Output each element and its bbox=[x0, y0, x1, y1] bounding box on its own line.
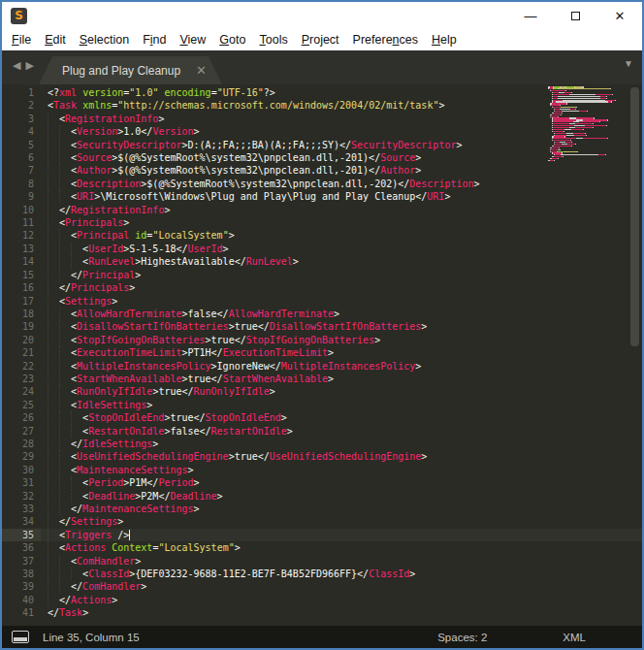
token: Principal bbox=[82, 270, 135, 280]
line-number: 34 bbox=[2, 515, 41, 528]
code-line-24[interactable]: 24<RunOnlyIfIdle>true</RunOnlyIfIdle> bbox=[2, 385, 642, 398]
code-line-34[interactable]: 34</Settings> bbox=[2, 515, 642, 528]
code-line-1[interactable]: 1<?xml version="1.0" encoding="UTF-16"?> bbox=[2, 86, 642, 99]
indent-guide-icon bbox=[59, 164, 71, 177]
line-number: 32 bbox=[2, 490, 41, 503]
code-line-14[interactable]: 14<RunLevel>HighestAvailable</RunLevel> bbox=[2, 255, 642, 268]
code-line-6[interactable]: 6<Source>$(@%SystemRoot%\system32\pnpcle… bbox=[2, 151, 642, 164]
token: DisallowStartIfOnBatteries bbox=[270, 321, 422, 332]
code-line-10[interactable]: 10</RegistrationInfo> bbox=[2, 204, 642, 216]
code-line-40[interactable]: 40</Actions> bbox=[2, 594, 642, 606]
tab-plug-and-play-cleanup[interactable]: Plug and Play Cleanup ✕ bbox=[39, 56, 222, 84]
menu-view[interactable]: View bbox=[173, 33, 212, 47]
code-line-35[interactable]: 35<Triggers /> bbox=[2, 529, 642, 541]
line-number: 11 bbox=[2, 216, 41, 229]
syntax-mode[interactable]: XML bbox=[563, 632, 586, 643]
code-line-37[interactable]: 37<ComHandler> bbox=[2, 555, 642, 568]
code-line-25[interactable]: 25<IdleSettings> bbox=[2, 399, 642, 411]
menu-selection[interactable]: Selection bbox=[73, 33, 136, 47]
indent-guide-icon bbox=[48, 216, 59, 229]
minimize-button[interactable]: — bbox=[508, 2, 553, 29]
code-line-39[interactable]: 39</ComHandler> bbox=[2, 580, 642, 593]
code-line-16[interactable]: 16</Principals> bbox=[2, 281, 642, 294]
indent-guide-icon bbox=[48, 334, 59, 346]
code-line-5[interactable]: 5<SecurityDescriptor>D:(A;;FA;;;BA)(A;;F… bbox=[2, 139, 642, 151]
code-line-20[interactable]: 20<StopIfGoingOnBatteries>true</StopIfGo… bbox=[2, 334, 642, 346]
code-line-36[interactable]: 36<Actions Context="LocalSystem"> bbox=[2, 541, 642, 554]
token: >P2M</ bbox=[135, 491, 170, 502]
line-content: <URI>\Microsoft\Windows\Plug and Play\Pl… bbox=[41, 190, 450, 203]
tab-overflow-icon[interactable]: ▼ bbox=[624, 58, 633, 69]
menu-goto[interactable]: Goto bbox=[212, 33, 252, 47]
code-line-4[interactable]: 4<Version>1.0</Version> bbox=[2, 125, 642, 138]
code-line-21[interactable]: 21<ExecutionTimeLimit>PT1H</ExecutionTim… bbox=[2, 346, 642, 359]
code-line-23[interactable]: 23<StartWhenAvailable>true</StartWhenAva… bbox=[2, 373, 642, 385]
token: ExecutionTimeLimit bbox=[223, 347, 328, 358]
token: >$(@%SystemRoot%\system32\pnpclean.dll,-… bbox=[112, 152, 380, 163]
code-line-17[interactable]: 17<Settings> bbox=[2, 295, 642, 308]
code-line-8[interactable]: 8<Description>$(@%SystemRoot%\system32\p… bbox=[2, 178, 642, 190]
code-line-12[interactable]: 12<Principal id="LocalSystem"> bbox=[2, 229, 642, 242]
code-line-38[interactable]: 38<ClassId>{DEF03232-9688-11E2-BE7F-B4B5… bbox=[2, 568, 642, 580]
code-line-18[interactable]: 18<AllowHardTerminate>false</AllowHardTe… bbox=[2, 308, 642, 320]
menu-help[interactable]: Help bbox=[425, 33, 464, 47]
token: Deadline bbox=[88, 491, 135, 502]
token: >false</ bbox=[164, 426, 210, 437]
code-line-30[interactable]: 30<MaintenanceSettings> bbox=[2, 464, 642, 476]
token: >IgnoreNew</ bbox=[211, 361, 281, 372]
token: StopIfGoingOnBatteries bbox=[77, 335, 205, 345]
token: version bbox=[82, 87, 123, 98]
code-line-27[interactable]: 27<RestartOnIdle>false</RestartOnIdle> bbox=[2, 425, 642, 438]
menu-find[interactable]: Find bbox=[136, 33, 173, 47]
code-line-26[interactable]: 26<StopOnIdleEnd>true</StopOnIdleEnd> bbox=[2, 411, 642, 424]
code-line-28[interactable]: 28</IdleSettings> bbox=[2, 438, 642, 450]
back-arrow-icon[interactable]: ◀ bbox=[13, 59, 20, 72]
code-line-19[interactable]: 19<DisallowStartIfOnBatteries>true</Disa… bbox=[2, 320, 642, 333]
menu-edit[interactable]: Edit bbox=[38, 33, 73, 47]
code-line-15[interactable]: 15</Principal> bbox=[2, 269, 642, 281]
line-number: 9 bbox=[2, 190, 41, 203]
token: >true</ bbox=[164, 412, 205, 423]
code-line-41[interactable]: 41</Task> bbox=[2, 606, 642, 619]
indent-guide-icon bbox=[59, 555, 71, 568]
line-number: 16 bbox=[2, 281, 41, 294]
code-line-7[interactable]: 7<Author>$(@%SystemRoot%\system32\pnpcle… bbox=[2, 164, 642, 177]
indent-guide-icon bbox=[59, 425, 71, 438]
line-content: <?xml version="1.0" encoding="UTF-16"?> bbox=[41, 86, 275, 99]
indent-guide-icon bbox=[59, 269, 71, 281]
menu-tools[interactable]: Tools bbox=[252, 33, 294, 47]
close-button[interactable]: ✕ bbox=[597, 2, 642, 29]
indent-guide-icon bbox=[48, 580, 59, 593]
code-line-13[interactable]: 13<UserId>S-1-5-18</UserId> bbox=[2, 243, 642, 255]
forward-arrow-icon[interactable]: ▶ bbox=[25, 59, 33, 72]
code-line-31[interactable]: 31<Period>P1M</Period> bbox=[2, 476, 642, 489]
minimap-segment bbox=[554, 160, 555, 161]
line-number: 6 bbox=[2, 151, 41, 164]
token: UserId bbox=[187, 244, 222, 254]
menu-preferences[interactable]: Preferences bbox=[346, 33, 425, 47]
code-line-11[interactable]: 11<Principals> bbox=[2, 216, 642, 229]
code-line-32[interactable]: 32<Deadline>P2M</Deadline> bbox=[2, 490, 642, 503]
indent-guide-icon bbox=[48, 346, 59, 359]
code-line-33[interactable]: 33</MaintenanceSettings> bbox=[2, 503, 642, 515]
code-line-9[interactable]: 9<URI>\Microsoft\Windows\Plug and Play\P… bbox=[2, 190, 642, 203]
token: > bbox=[409, 569, 415, 579]
tab-close-icon[interactable]: ✕ bbox=[196, 63, 207, 78]
menu-file[interactable]: File bbox=[5, 33, 38, 47]
sublime-logo-icon: S bbox=[11, 8, 27, 24]
code-line-2[interactable]: 2<Task xmlns="http://schemas.microsoft.c… bbox=[2, 99, 642, 112]
line-number: 38 bbox=[2, 568, 41, 580]
code-line-3[interactable]: 3<RegistrationInfo> bbox=[2, 113, 642, 125]
code-line-22[interactable]: 22<MultipleInstancesPolicy>IgnoreNew</Mu… bbox=[2, 360, 642, 373]
menu-project[interactable]: Project bbox=[295, 33, 346, 47]
maximize-button[interactable] bbox=[553, 2, 597, 29]
code-line-29[interactable]: 29<UseUnifiedSchedulingEngine>true</UseU… bbox=[2, 450, 642, 463]
minimap-segment bbox=[566, 103, 567, 104]
line-number: 15 bbox=[2, 269, 41, 281]
vertical-scrollbar[interactable] bbox=[630, 87, 639, 346]
token: Actions bbox=[65, 542, 106, 553]
code-editor[interactable]: 1<?xml version="1.0" encoding="UTF-16"?>… bbox=[2, 84, 642, 626]
minimap[interactable] bbox=[548, 86, 620, 162]
indentation-setting[interactable]: Spaces: 2 bbox=[437, 632, 487, 643]
token: >PT1H</ bbox=[181, 347, 222, 358]
